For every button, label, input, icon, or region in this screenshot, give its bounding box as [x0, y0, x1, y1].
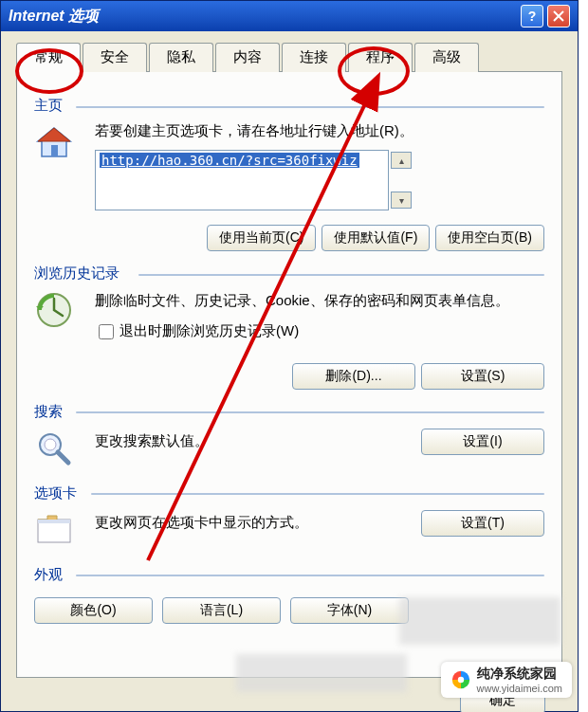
tab-strip: 常规 安全 隐私 内容 连接 程序 高级: [16, 43, 562, 72]
homepage-instruction: 若要创建主页选项卡，请在各地址行键入地址(R)。: [95, 122, 544, 140]
history-instruction: 删除临时文件、历史记录、Cookie、保存的密码和网页表单信息。: [95, 290, 544, 312]
watermark-badge: 纯净系统家园 www.yidaimei.com: [441, 662, 572, 698]
close-button[interactable]: [547, 5, 570, 27]
search-icon: [34, 429, 80, 471]
tab-label: 内容: [233, 48, 262, 64]
delete-history-button[interactable]: 删除(D)...: [292, 363, 415, 390]
spin-up-button[interactable]: ▴: [391, 152, 412, 169]
tab-programs[interactable]: 程序: [348, 43, 413, 72]
tab-label: 程序: [366, 48, 395, 64]
tabs-icon: [34, 510, 80, 553]
watermark-url: www.yidaimei.com: [477, 683, 562, 694]
tab-general[interactable]: 常规: [16, 43, 81, 73]
tab-privacy[interactable]: 隐私: [149, 43, 213, 72]
tab-label: 高级: [432, 48, 461, 64]
tabs-instruction: 更改网页在选项卡中显示的方式。: [95, 514, 308, 532]
search-group-title: 搜索: [34, 403, 544, 421]
watermark-logo-icon: [450, 669, 471, 690]
tab-label: 隐私: [167, 48, 195, 64]
delete-on-exit-label: 退出时删除浏览历史记录(W): [119, 322, 299, 340]
language-button[interactable]: 语言(L): [162, 597, 281, 624]
delete-on-exit-checkbox[interactable]: [99, 324, 114, 339]
tab-label: 常规: [34, 48, 63, 64]
history-icon: [34, 290, 80, 333]
svg-point-7: [457, 677, 463, 683]
tabs-group-title: 选项卡: [34, 484, 544, 502]
appearance-group-title: 外观: [34, 566, 544, 584]
homepage-group-title: 主页: [34, 97, 544, 115]
svg-rect-5: [38, 520, 70, 523]
use-blank-button[interactable]: 使用空白页(B): [435, 225, 544, 251]
svg-rect-0: [51, 145, 58, 156]
history-settings-button[interactable]: 设置(S): [421, 363, 544, 390]
tab-content[interactable]: 内容: [215, 43, 280, 72]
use-default-button[interactable]: 使用默认值(F): [322, 225, 430, 251]
home-icon: [34, 122, 80, 165]
watermark-name: 纯净系统家园: [477, 666, 557, 681]
history-group-title: 浏览历史记录: [34, 265, 544, 283]
tab-label: 安全: [101, 48, 129, 64]
tab-security[interactable]: 安全: [83, 43, 147, 72]
spin-down-button[interactable]: ▾: [391, 192, 412, 209]
help-button[interactable]: ?: [521, 5, 543, 27]
internet-options-window: Internet 选项 ? 常规 安全 隐私 内容 连接 程序 高级 主页: [0, 0, 579, 712]
titlebar[interactable]: Internet 选项 ?: [1, 1, 578, 31]
fonts-button[interactable]: 字体(N): [290, 597, 409, 624]
tab-panel-general: 主页 若要创建主页选项卡，请在各地址行键入地址(R)。 http://hao.3…: [16, 71, 562, 678]
search-instruction: 更改搜索默认值。: [95, 432, 209, 450]
tab-advanced[interactable]: 高级: [414, 43, 479, 72]
tab-connections[interactable]: 连接: [282, 43, 346, 72]
use-current-page-button[interactable]: 使用当前页(C): [207, 225, 316, 251]
tab-label: 连接: [300, 48, 328, 64]
colors-button[interactable]: 颜色(O): [34, 597, 153, 624]
window-title: Internet 选项: [9, 7, 99, 27]
search-settings-button[interactable]: 设置(I): [421, 429, 544, 455]
svg-point-3: [45, 439, 56, 450]
homepage-url-selected: http://hao.360.cn/?src=360fixwiz: [100, 153, 359, 168]
tabs-settings-button[interactable]: 设置(T): [421, 510, 544, 537]
